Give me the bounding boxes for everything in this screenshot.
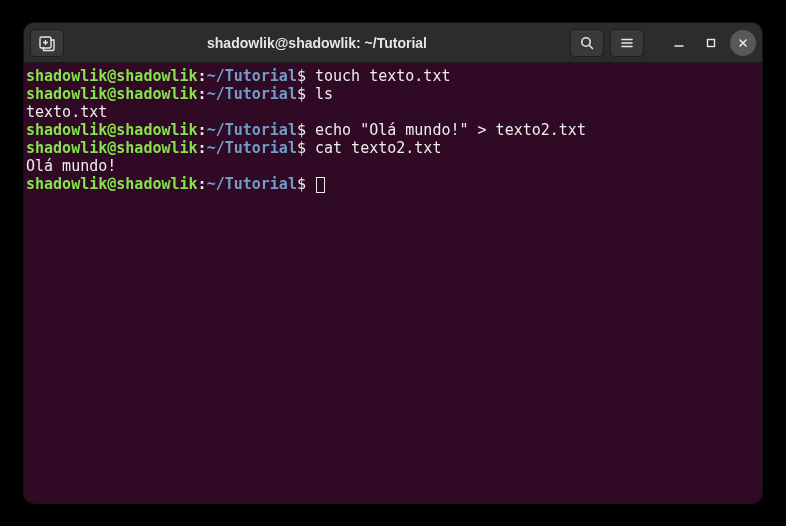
output-text: texto.txt [26, 103, 107, 121]
titlebar: shadowlik@shadowlik: ~/Tutorial [24, 23, 762, 63]
prompt-dollar: $ [297, 121, 315, 139]
prompt-user-host: shadowlik@shadowlik [26, 139, 198, 157]
new-tab-button[interactable] [30, 29, 64, 57]
prompt-colon: : [198, 67, 207, 85]
prompt-path: ~/Tutorial [207, 67, 297, 85]
terminal-line: shadowlik@shadowlik:~/Tutorial$ echo "Ol… [26, 121, 760, 139]
prompt-user-host: shadowlik@shadowlik [26, 175, 198, 193]
prompt-path: ~/Tutorial [207, 85, 297, 103]
prompt-dollar: $ [297, 85, 315, 103]
maximize-icon [705, 37, 717, 49]
terminal-line: Olá mundo! [26, 157, 760, 175]
prompt-colon: : [198, 85, 207, 103]
minimize-icon [673, 37, 685, 49]
titlebar-left [30, 29, 64, 57]
terminal-body[interactable]: shadowlik@shadowlik:~/Tutorial$ touch te… [24, 63, 762, 503]
search-icon [579, 35, 595, 51]
prompt-user-host: shadowlik@shadowlik [26, 85, 198, 103]
prompt-user-host: shadowlik@shadowlik [26, 67, 198, 85]
new-tab-icon [38, 34, 56, 52]
command-text: touch texto.txt [315, 67, 450, 85]
close-icon [737, 37, 749, 49]
window-title: shadowlik@shadowlik: ~/Tutorial [70, 35, 564, 51]
command-text: echo "Olá mundo!" > texto2.txt [315, 121, 586, 139]
terminal-line: texto.txt [26, 103, 760, 121]
svg-line-4 [589, 45, 592, 48]
close-button[interactable] [730, 30, 756, 56]
prompt-path: ~/Tutorial [207, 121, 297, 139]
command-text: ls [315, 85, 333, 103]
output-text: Olá mundo! [26, 157, 116, 175]
prompt-path: ~/Tutorial [207, 139, 297, 157]
command-text: cat texto2.txt [315, 139, 441, 157]
terminal-line: shadowlik@shadowlik:~/Tutorial$ [26, 175, 760, 193]
maximize-button[interactable] [698, 30, 724, 56]
cursor [316, 177, 325, 193]
prompt-colon: : [198, 139, 207, 157]
terminal-line: shadowlik@shadowlik:~/Tutorial$ cat text… [26, 139, 760, 157]
prompt-dollar: $ [297, 139, 315, 157]
search-button[interactable] [570, 29, 604, 57]
prompt-colon: : [198, 121, 207, 139]
prompt-user-host: shadowlik@shadowlik [26, 121, 198, 139]
prompt-path: ~/Tutorial [207, 175, 297, 193]
terminal-line: shadowlik@shadowlik:~/Tutorial$ ls [26, 85, 760, 103]
menu-icon [619, 35, 635, 51]
svg-rect-9 [708, 39, 715, 46]
prompt-dollar: $ [297, 175, 315, 193]
prompt-dollar: $ [297, 67, 315, 85]
terminal-line: shadowlik@shadowlik:~/Tutorial$ touch te… [26, 67, 760, 85]
prompt-colon: : [198, 175, 207, 193]
menu-button[interactable] [610, 29, 644, 57]
titlebar-right [570, 29, 756, 57]
terminal-window: shadowlik@shadowlik: ~/Tutorial [24, 23, 762, 503]
minimize-button[interactable] [666, 30, 692, 56]
